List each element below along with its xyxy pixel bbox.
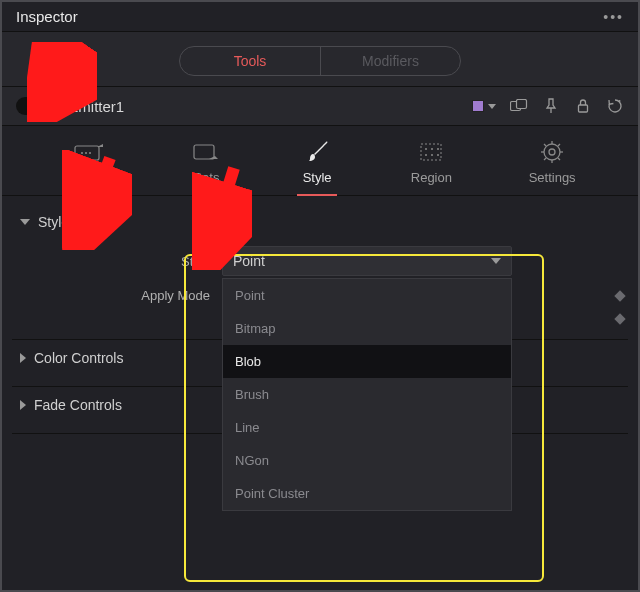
svg-point-10 [425, 148, 427, 150]
svg-rect-8 [194, 145, 214, 159]
style-dropdown: PointBitmapBlobBrushLineNGonPoint Cluste… [222, 278, 512, 511]
svg-point-12 [437, 148, 439, 150]
subtab-settings[interactable]: Settings [521, 140, 584, 195]
style-option[interactable]: Brush [223, 378, 511, 411]
svg-point-6 [85, 152, 87, 154]
svg-point-15 [437, 154, 439, 156]
svg-rect-1 [517, 100, 527, 109]
subtab-label: Settings [529, 170, 576, 185]
svg-rect-2 [579, 105, 588, 112]
svg-point-11 [431, 148, 433, 150]
color-chip-icon [472, 100, 484, 112]
section-label: Style [38, 214, 69, 230]
subtab-label: Region [411, 170, 452, 185]
style-icon [300, 140, 334, 164]
svg-line-23 [558, 158, 560, 160]
chevron-down-icon [488, 104, 496, 109]
reset-icon[interactable] [606, 97, 624, 115]
section-label: Fade Controls [34, 397, 122, 413]
style-select[interactable]: Point [222, 246, 512, 276]
style-option[interactable]: Point [223, 279, 511, 312]
lock-icon[interactable] [574, 97, 592, 115]
panel-menu-icon[interactable]: ••• [603, 9, 624, 25]
svg-point-17 [549, 149, 555, 155]
svg-point-7 [89, 152, 91, 154]
svg-line-24 [544, 158, 546, 160]
field-label-apply-mode: Apply Mode [12, 288, 222, 303]
svg-rect-9 [421, 144, 441, 160]
subtab-label: Controls [64, 170, 112, 185]
svg-point-5 [81, 152, 83, 154]
keyframe-diamond-icon[interactable] [614, 313, 625, 324]
tab-tools[interactable]: Tools [180, 47, 320, 75]
subtab-label: Style [303, 170, 332, 185]
settings-icon [535, 140, 569, 164]
field-label-style: Style [12, 254, 222, 269]
chevron-right-icon [20, 400, 26, 410]
chevron-right-icon [20, 353, 26, 363]
svg-line-25 [558, 144, 560, 146]
chevron-down-icon [491, 258, 501, 264]
section-style-header[interactable]: Style [12, 200, 628, 240]
versions-icon[interactable] [510, 97, 528, 115]
chevron-down-icon [20, 219, 30, 225]
section-label: Color Controls [34, 350, 123, 366]
tile-color-button[interactable] [472, 100, 496, 112]
style-option[interactable]: NGon [223, 444, 511, 477]
subtab-label: Sets [193, 170, 219, 185]
top-tab-group: Tools Modifiers [179, 46, 461, 76]
style-option[interactable]: Line [223, 411, 511, 444]
style-option[interactable]: Blob [223, 345, 511, 378]
style-option[interactable]: Point Cluster [223, 477, 511, 510]
svg-point-14 [431, 154, 433, 156]
keyframe-diamond-icon[interactable] [614, 290, 625, 301]
style-option[interactable]: Bitmap [223, 312, 511, 345]
svg-line-22 [544, 144, 546, 146]
sets-icon [189, 140, 223, 164]
svg-point-16 [544, 144, 560, 160]
subtab-controls[interactable]: Controls [56, 140, 120, 195]
region-icon [414, 140, 448, 164]
tab-modifiers[interactable]: Modifiers [320, 47, 460, 75]
pin-icon[interactable] [542, 97, 560, 115]
svg-point-13 [425, 154, 427, 156]
style-select-value: Point [233, 253, 265, 269]
node-enable-toggle[interactable] [16, 97, 48, 115]
node-name: pEmitter1 [60, 98, 472, 115]
panel-title: Inspector [16, 8, 78, 25]
subtab-region[interactable]: Region [403, 140, 460, 195]
svg-point-3 [619, 100, 621, 102]
subtab-style[interactable]: Style [292, 140, 342, 195]
controls-icon [72, 140, 106, 164]
subtab-sets[interactable]: Sets [181, 140, 231, 195]
